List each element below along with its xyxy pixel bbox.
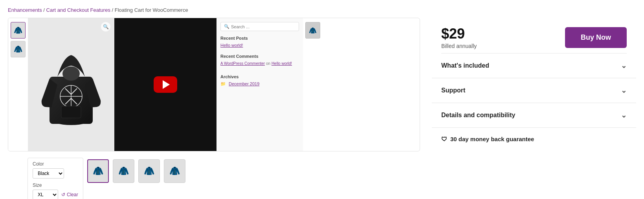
breadcrumb-sep1: / — [43, 7, 46, 13]
sidebar-search-box[interactable]: 🔍 — [220, 22, 299, 31]
chevron-down-icon-3: ⌄ — [621, 111, 627, 120]
video-preview-area — [114, 18, 217, 151]
left-thumb-2[interactable]: 🧥 — [11, 41, 26, 57]
comment-post-link[interactable]: Hello world! — [272, 61, 292, 66]
support-label: Support — [441, 87, 465, 94]
thumb-bottom-1[interactable]: 🧥 — [87, 159, 109, 183]
video-play-button[interactable] — [154, 76, 177, 93]
accordion-support: Support ⌄ — [432, 78, 636, 103]
search-icon: 🔍 — [224, 24, 229, 29]
size-label: Size — [33, 182, 78, 188]
details-compatibility-header[interactable]: Details and compatibility ⌄ — [441, 103, 627, 127]
breadcrumb-sep2: / — [112, 7, 115, 13]
whats-included-header[interactable]: What's included ⌄ — [441, 53, 627, 78]
price-buy-row: $29 Billed annually Buy Now — [432, 18, 636, 53]
breadcrumb-cart-features[interactable]: Cart and Checkout Features — [46, 7, 110, 13]
support-header[interactable]: Support ⌄ — [441, 78, 627, 103]
details-label: Details and compatibility — [441, 112, 515, 119]
zoom-icon[interactable]: 🔍 — [101, 22, 110, 31]
purchase-panel: $29 Billed annually Buy Now What's inclu… — [432, 18, 636, 199]
commenter-link[interactable]: A WordPress Commenter — [220, 61, 265, 66]
thumb-bottom-3[interactable]: 🧥 — [138, 159, 160, 183]
content-area: 🧥 🧥 🔍 — [8, 18, 420, 199]
size-select-wrapper: XL — [33, 190, 58, 199]
right-thumb-1[interactable]: 🧥 — [305, 22, 320, 39]
archives-title: Archives — [220, 74, 299, 79]
sidebar-search-input[interactable] — [231, 24, 295, 29]
svg-point-2 — [62, 66, 80, 81]
breadcrumb-enhancements[interactable]: Enhancements — [8, 7, 42, 13]
clear-button[interactable]: ↺ Clear — [61, 192, 78, 197]
left-thumbnail-strip: 🧥 🧥 — [8, 18, 28, 151]
product-form-row: Color Black Size XL — [8, 158, 420, 199]
recent-posts-link-1[interactable]: Hello world! — [220, 43, 299, 48]
price-amount: $29 — [441, 26, 477, 42]
woocommerce-sidebar-preview: 🔍 Recent Posts Hello world! Recent Comme… — [217, 18, 303, 151]
bottom-thumbnails: 🧥 🧥 🧥 🧥 — [87, 159, 185, 183]
color-section: Color Black — [33, 161, 78, 179]
product-options-panel: Color Black Size XL — [28, 158, 83, 199]
price-block: $29 Billed annually — [441, 26, 477, 49]
thumb-bottom-4[interactable]: 🧥 — [164, 159, 185, 183]
money-back-section: 🛡 30 day money back guarantee — [432, 128, 636, 150]
billing-period: Billed annually — [441, 43, 477, 49]
accordion-whats-included: What's included ⌄ — [432, 53, 636, 78]
whats-included-label: What's included — [441, 62, 489, 69]
chevron-down-icon-1: ⌄ — [621, 61, 627, 70]
accordion-details: Details and compatibility ⌄ — [432, 103, 636, 128]
color-label: Color — [33, 161, 78, 167]
archives-link[interactable]: 📁 December 2019 — [220, 81, 299, 87]
size-section: Size XL ↺ Clear — [33, 182, 78, 199]
breadcrumb: Enhancements / Cart and Checkout Feature… — [0, 0, 644, 18]
svg-rect-6 — [61, 106, 81, 118]
color-dropdown[interactable]: Black — [33, 168, 64, 179]
chevron-down-icon-2: ⌄ — [621, 86, 627, 95]
main-product-image: 🔍 — [28, 18, 114, 151]
recent-comment-text: A WordPress Commenter on Hello world! — [220, 61, 299, 66]
thumb-bottom-2[interactable]: 🧥 — [113, 159, 134, 183]
breadcrumb-current: Floating Cart for WooCommerce — [115, 7, 188, 13]
color-select-row: Black — [33, 168, 78, 179]
money-back-icon: 🛡 — [441, 136, 447, 142]
recent-comments-title: Recent Comments — [220, 54, 299, 59]
refresh-icon: ↺ — [61, 192, 65, 197]
size-row: XL ↺ Clear — [33, 190, 78, 199]
money-back-text: 30 day money back guarantee — [450, 136, 534, 142]
recent-posts-title: Recent Posts — [220, 36, 299, 41]
left-thumb-1[interactable]: 🧥 — [11, 22, 26, 39]
product-image-svg — [40, 41, 103, 128]
size-dropdown[interactable]: XL — [33, 190, 58, 199]
buy-now-button[interactable]: Buy Now — [565, 27, 627, 48]
archive-icon: 📁 — [220, 81, 226, 87]
main-layout: 🧥 🧥 🔍 — [0, 18, 644, 199]
product-preview-container: 🧥 🧥 🔍 — [8, 18, 420, 151]
comment-on-text: on — [266, 61, 272, 66]
right-thumbnail-strip: 🧥 — [303, 18, 323, 151]
